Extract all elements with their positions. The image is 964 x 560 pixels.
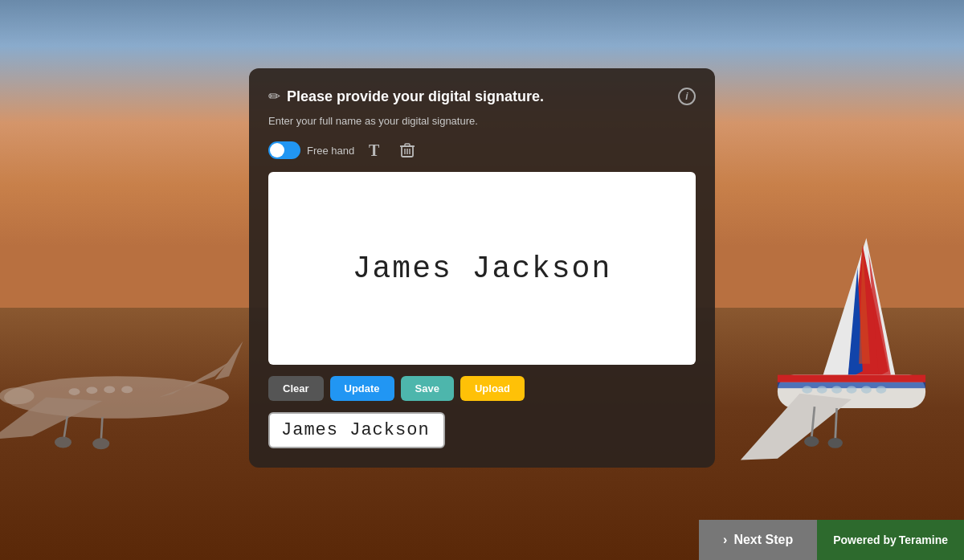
svg-point-16 [847,386,857,393]
info-icon-button[interactable]: i [678,88,696,105]
powered-by-brand: Teramine [899,533,948,546]
bottom-bar: › Next Step Powered by Teramine [699,520,964,560]
freehand-toggle-container: Free hand [268,141,354,159]
svg-point-15 [831,386,842,393]
freehand-toggle[interactable] [268,141,300,159]
svg-point-20 [804,436,819,447]
next-step-label: Next Step [733,533,793,547]
powered-by-prefix: Powered by [833,533,897,546]
next-step-button[interactable]: › Next Step [699,520,817,560]
svg-point-22 [828,438,843,448]
name-input[interactable] [268,412,445,448]
svg-point-14 [817,386,827,393]
trash-icon [399,141,415,159]
text-tool-button[interactable]: T [364,138,386,162]
svg-point-1 [0,387,35,404]
svg-point-4 [104,386,115,394]
svg-point-3 [86,386,97,394]
clear-button[interactable]: Clear [268,376,324,401]
svg-point-13 [802,386,812,393]
signature-display: James Jackson [353,251,611,286]
airplane-left [0,271,257,496]
svg-line-7 [101,417,103,441]
update-button[interactable]: Update [330,376,394,401]
text-icon: T [367,141,383,159]
modal-title-row: ✏ Please provide your digital signature. [268,88,544,105]
trash-button[interactable] [396,138,419,162]
svg-point-17 [861,386,872,393]
next-step-arrow: › [723,533,727,547]
toggle-knob [270,143,284,157]
svg-point-9 [92,438,109,449]
freehand-label: Free hand [307,145,354,157]
svg-rect-11 [778,375,925,382]
controls-row: Free hand T [268,138,696,162]
svg-rect-26 [405,144,410,146]
airplane-right-tail [723,231,964,512]
powered-by-label: Powered by Teramine [817,520,964,560]
pen-icon: ✏ [268,88,280,105]
svg-line-21 [835,408,837,439]
svg-point-18 [876,386,886,393]
signature-modal: ✏ Please provide your digital signature.… [249,68,715,468]
svg-text:T: T [369,141,380,159]
svg-point-5 [121,386,133,394]
modal-subtitle: Enter your full name as your digital sig… [268,115,696,127]
svg-point-8 [55,437,71,448]
svg-point-2 [69,388,80,395]
signature-canvas[interactable]: James Jackson [268,172,696,365]
upload-button[interactable]: Upload [460,376,525,401]
modal-header: ✏ Please provide your digital signature.… [268,88,696,105]
action-buttons: Clear Update Save Upload [268,376,696,401]
modal-title: Please provide your digital signature. [287,88,544,105]
save-button[interactable]: Save [401,376,454,401]
